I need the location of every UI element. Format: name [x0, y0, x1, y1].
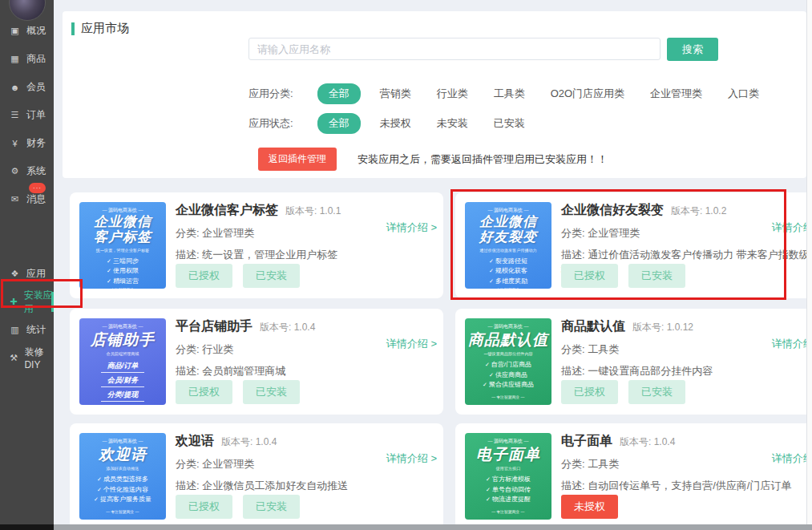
detail-link[interactable]: 详情介绍 > — [772, 451, 806, 466]
sidebar: ▣ 概况 ▦ 商品 ☻ 会员 ☰ 订单 ¥ 财务 ⚙ 系统 — [0, 0, 54, 524]
back-to-plugin-manager-button[interactable]: 返回插件管理 — [258, 148, 337, 171]
app-card-grid: — 源码电商系统 — 企业微信 客户标签 统一设置，管理企业客户标签 ✓三端同步… — [70, 192, 806, 527]
check-icon: ✓ — [94, 496, 99, 502]
detail-link[interactable]: 详情介绍 > — [772, 220, 806, 235]
members-icon: ☻ — [9, 83, 21, 92]
sidebar-item-label: 装修DIY — [24, 346, 54, 370]
app-icon-image: — 源码电商系统 — 企业微信 好友裂变 通过价值活动激发客户传播动力 ✓裂变路… — [465, 202, 551, 289]
app-title: 平台店铺助手 — [176, 319, 252, 333]
app-market-screen: ▣ 概况 ▦ 商品 ☻ 会员 ☰ 订单 ¥ 财务 ⚙ 系统 — [0, 0, 812, 530]
category-filter-row: 应用分类: 全部 营销类 行业类 工具类 O2O门店应用类 企业管理类 入口类 — [248, 83, 785, 104]
sidebar-item-install-app[interactable]: ✚ 安装应用 — [0, 288, 54, 316]
category-option-enterprise[interactable]: 企业管理类 — [650, 87, 702, 101]
sidebar-item-members[interactable]: ☻ 会员 — [0, 73, 54, 101]
icon-subtitle: 会员前端管理商城 — [107, 351, 139, 358]
statistics-chart-icon: ▥ — [9, 325, 21, 335]
authorized-badge: 已授权 — [561, 264, 618, 288]
sidebar-item-label: 系统 — [26, 164, 46, 178]
app-description: 描述: 统一设置，管理企业用户标签 — [176, 248, 437, 262]
category-option-o2o[interactable]: O2O门店应用类 — [551, 87, 624, 101]
icon-bottom-label: — 专注智慧商业 — — [491, 509, 524, 515]
sidebar-item-label: 安装应用 — [24, 289, 54, 316]
check-icon: ✓ — [107, 268, 111, 273]
app-icon-image: — 源码电商系统 — 店铺助手 会员前端管理商城 商品/订单 会员/财务 分类/… — [79, 318, 166, 405]
sidebar-item-apps[interactable]: ❖ 应用 — [0, 260, 54, 288]
icon-top-label: — 源码电商系统 — — [103, 323, 143, 330]
sidebar-item-orders[interactable]: ☰ 订单 — [0, 101, 54, 129]
detail-link[interactable]: 详情介绍 > — [386, 337, 437, 351]
check-icon: ✓ — [486, 496, 491, 502]
authorized-badge: 已授权 — [176, 495, 232, 519]
detail-link[interactable]: 详情介绍 > — [386, 451, 437, 466]
check-icon: ✓ — [486, 487, 491, 492]
icon-bullets: ✓成员类型选择多 ✓个性化推送内容 ✓提高客户服务质量 — [94, 475, 151, 504]
category-option-all[interactable]: 全部 — [317, 83, 361, 104]
app-title: 商品默认值 — [561, 319, 625, 333]
status-option-unauthorized[interactable]: 未授权 — [380, 116, 411, 131]
category-option-entry[interactable]: 入口类 — [728, 87, 759, 101]
sidebar-item-label: 应用 — [26, 267, 46, 281]
category-option-tools[interactable]: 工具类 — [494, 87, 525, 101]
icon-top-label: — 源码电商系统 — — [488, 438, 529, 445]
detail-link[interactable]: 详情介绍 > — [386, 220, 437, 235]
card-body: 电子面单版本号: 1.0.4 分类: 工具类 描述: 自动回传运单号，支持自营/… — [561, 433, 806, 493]
check-icon: ✓ — [97, 487, 102, 492]
icon-bottom-label: — 专注智慧商业 — — [491, 287, 524, 289]
message-bubble-icon: ✉ — [9, 194, 21, 204]
status-option-installed[interactable]: 已安装 — [494, 116, 525, 131]
app-icon-image: — 源码电商系统 — 电子面单 使用官方接口 ✓官方标准模板 ✓单号自动回传 ✓… — [465, 433, 551, 520]
icon-top-label: — 源码电商系统 — — [103, 207, 143, 214]
icon-title: 电子面单 — [476, 446, 540, 463]
icon-subtitle: 统一设置，管理企业客户标签 — [96, 248, 149, 254]
category-option-marketing[interactable]: 营销类 — [380, 87, 411, 101]
status-filter-row: 应用状态: 全部 未授权 未安装 已安装 — [248, 113, 551, 134]
icon-top-label: — 源码电商系统 — — [488, 323, 529, 330]
bottom-window-edge-dark — [0, 524, 54, 530]
dashboard-icon: ▣ — [9, 26, 21, 36]
icon-title: 欢迎语 — [99, 446, 147, 463]
icon-subtitle: 使用官方接口 — [496, 466, 521, 472]
icon-bottom-label: — 专注智慧商业 — — [106, 509, 139, 515]
sidebar-item-overview[interactable]: ▣ 概况 — [0, 17, 54, 45]
status-option-uninstalled[interactable]: 未安装 — [437, 116, 468, 131]
app-card-e-waybill: — 源码电商系统 — 电子面单 使用官方接口 ✓官方标准模板 ✓单号自动回传 ✓… — [455, 423, 806, 527]
diy-hammer-icon: ⚒ — [9, 353, 18, 363]
icon-subtitle: 一键设置商品部分挂件内容 — [483, 351, 532, 358]
sidebar-item-label: 消息 — [26, 192, 46, 206]
check-icon: ✓ — [485, 362, 490, 367]
search-button[interactable]: 搜索 — [667, 38, 718, 61]
sidebar-item-system[interactable]: ⚙ 系统 — [0, 157, 54, 185]
sidebar-item-goods[interactable]: ▦ 商品 — [0, 45, 54, 73]
system-gear-icon: ⚙ — [9, 166, 21, 176]
install-app-icon: ✚ — [9, 297, 18, 307]
sidebar-item-statistics[interactable]: ▥ 统计 — [0, 316, 54, 344]
icon-subtitle: 添加好友自动推送 — [107, 466, 139, 472]
detail-link[interactable]: 详情介绍 > — [772, 337, 806, 351]
status-tags: 已授权 已安装 — [176, 495, 300, 519]
status-filter-label: 应用状态: — [248, 116, 293, 131]
app-version: 版本号: 1.0.4 — [221, 436, 277, 447]
app-version: 版本号: 1.0.12 — [632, 322, 693, 333]
orders-cart-icon: ☰ — [9, 110, 21, 120]
app-card-goods-default: — 源码电商系统 — 商品默认值 一键设置商品部分挂件内容 ✓自营/门店商品 ✓… — [455, 309, 806, 415]
status-option-all[interactable]: 全部 — [317, 113, 361, 134]
sidebar-item-finance[interactable]: ¥ 财务 — [0, 129, 54, 157]
sidebar-item-diy[interactable]: ⚒ 装修DIY — [0, 344, 54, 372]
search-input[interactable] — [248, 38, 661, 60]
check-icon: ✓ — [489, 372, 494, 378]
page-title: 应用市场 — [71, 21, 129, 36]
app-category: 分类: 企业管理类 — [561, 226, 806, 241]
icon-bullets: ✓裂变路径短 ✓规模化获客 ✓多维度奖励 — [489, 257, 527, 286]
check-icon: ✓ — [489, 278, 494, 284]
icon-title: 企业微信 — [479, 214, 537, 229]
vertical-scrollbar[interactable] — [806, 0, 812, 530]
check-icon: ✓ — [97, 476, 102, 482]
app-version: 版本号: 1.0.4 — [620, 436, 675, 447]
sidebar-item-messages[interactable]: ✉ 消息 ··· — [0, 185, 54, 213]
sidebar-spacer — [0, 213, 54, 260]
authorized-badge: 已授权 — [176, 264, 232, 288]
category-option-industry[interactable]: 行业类 — [437, 87, 468, 101]
card-body: 商品默认值版本号: 1.0.12 分类: 工具类 描述: 一键设置商品部分挂件内… — [561, 318, 806, 378]
check-icon: ✓ — [483, 382, 487, 387]
app-version: 版本号: 1.0.2 — [671, 205, 726, 216]
